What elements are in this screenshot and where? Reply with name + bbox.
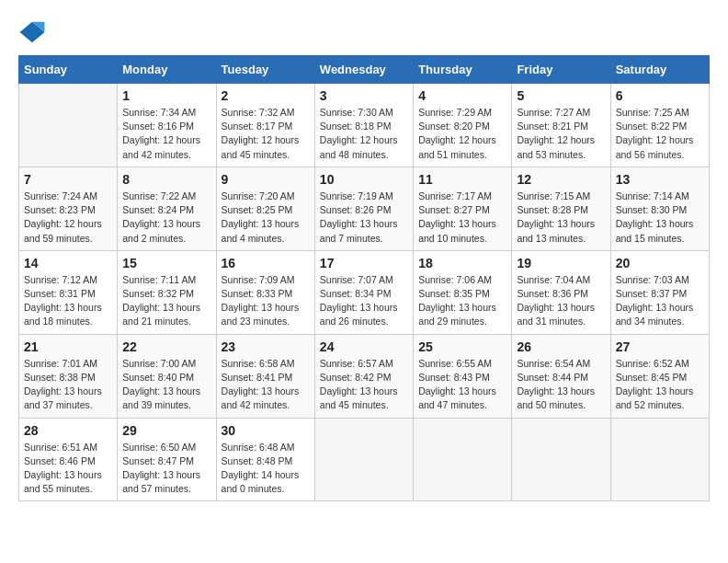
calendar-table: SundayMondayTuesdayWednesdayThursdayFrid… <box>18 55 710 501</box>
day-info: Sunrise: 6:48 AM Sunset: 8:48 PM Dayligh… <box>222 441 310 497</box>
day-number: 8 <box>122 172 210 187</box>
calendar-cell: 22Sunrise: 7:00 AM Sunset: 8:40 PM Dayli… <box>118 334 216 418</box>
day-info: Sunrise: 7:22 AM Sunset: 8:24 PM Dayligh… <box>122 190 210 246</box>
day-number: 11 <box>418 172 506 187</box>
day-number: 29 <box>122 423 210 438</box>
day-number: 20 <box>616 256 704 270</box>
calendar-cell: 30Sunrise: 6:48 AM Sunset: 8:48 PM Dayli… <box>216 418 314 501</box>
day-number: 13 <box>616 172 704 187</box>
day-info: Sunrise: 6:51 AM Sunset: 8:46 PM Dayligh… <box>24 441 112 497</box>
day-info: Sunrise: 6:57 AM Sunset: 8:42 PM Dayligh… <box>320 357 408 413</box>
day-number: 17 <box>320 256 408 270</box>
day-info: Sunrise: 6:55 AM Sunset: 8:43 PM Dayligh… <box>418 357 506 413</box>
day-info: Sunrise: 7:06 AM Sunset: 8:35 PM Dayligh… <box>418 273 506 329</box>
day-number: 28 <box>24 423 112 438</box>
day-number: 5 <box>517 88 605 103</box>
day-info: Sunrise: 7:03 AM Sunset: 8:37 PM Dayligh… <box>616 273 704 329</box>
day-number: 30 <box>222 423 310 438</box>
column-header-friday: Friday <box>512 56 610 84</box>
calendar-cell: 11Sunrise: 7:17 AM Sunset: 8:27 PM Dayli… <box>414 167 512 250</box>
day-info: Sunrise: 7:19 AM Sunset: 8:26 PM Dayligh… <box>320 190 408 246</box>
calendar-cell: 24Sunrise: 6:57 AM Sunset: 8:42 PM Dayli… <box>314 334 413 418</box>
calendar-cell: 16Sunrise: 7:09 AM Sunset: 8:33 PM Dayli… <box>216 250 314 334</box>
column-header-thursday: Thursday <box>414 56 512 84</box>
calendar-cell: 21Sunrise: 7:01 AM Sunset: 8:38 PM Dayli… <box>19 334 118 418</box>
calendar-cell: 9Sunrise: 7:20 AM Sunset: 8:25 PM Daylig… <box>216 167 314 250</box>
calendar-week-row: 28Sunrise: 6:51 AM Sunset: 8:46 PM Dayli… <box>19 418 710 501</box>
day-info: Sunrise: 7:14 AM Sunset: 8:30 PM Dayligh… <box>616 190 704 246</box>
day-number: 16 <box>222 256 310 270</box>
calendar-cell: 18Sunrise: 7:06 AM Sunset: 8:35 PM Dayli… <box>414 250 512 334</box>
calendar-cell: 2Sunrise: 7:32 AM Sunset: 8:17 PM Daylig… <box>216 84 314 167</box>
calendar-cell: 13Sunrise: 7:14 AM Sunset: 8:30 PM Dayli… <box>610 167 709 250</box>
day-info: Sunrise: 7:34 AM Sunset: 8:16 PM Dayligh… <box>122 106 210 162</box>
day-info: Sunrise: 7:27 AM Sunset: 8:21 PM Dayligh… <box>517 106 605 162</box>
day-number: 14 <box>24 256 112 270</box>
logo-icon <box>18 18 46 46</box>
column-header-saturday: Saturday <box>610 56 709 84</box>
day-number: 12 <box>517 172 605 187</box>
day-number: 9 <box>222 172 310 187</box>
column-header-monday: Monday <box>118 56 216 84</box>
calendar-header-row: SundayMondayTuesdayWednesdayThursdayFrid… <box>19 56 710 84</box>
day-info: Sunrise: 7:25 AM Sunset: 8:22 PM Dayligh… <box>616 106 704 162</box>
day-number: 10 <box>320 172 408 187</box>
day-info: Sunrise: 7:07 AM Sunset: 8:34 PM Dayligh… <box>320 273 408 329</box>
page-header <box>18 18 710 46</box>
day-info: Sunrise: 7:15 AM Sunset: 8:28 PM Dayligh… <box>517 190 605 246</box>
calendar-week-row: 1Sunrise: 7:34 AM Sunset: 8:16 PM Daylig… <box>19 84 710 167</box>
day-number: 3 <box>320 88 408 103</box>
calendar-cell: 4Sunrise: 7:29 AM Sunset: 8:20 PM Daylig… <box>414 84 512 167</box>
day-info: Sunrise: 6:52 AM Sunset: 8:45 PM Dayligh… <box>616 357 704 413</box>
day-info: Sunrise: 7:12 AM Sunset: 8:31 PM Dayligh… <box>24 273 112 329</box>
calendar-cell: 26Sunrise: 6:54 AM Sunset: 8:44 PM Dayli… <box>512 334 610 418</box>
day-number: 21 <box>24 339 112 354</box>
day-number: 18 <box>418 256 506 270</box>
calendar-cell: 5Sunrise: 7:27 AM Sunset: 8:21 PM Daylig… <box>512 84 610 167</box>
day-info: Sunrise: 6:54 AM Sunset: 8:44 PM Dayligh… <box>517 357 605 413</box>
day-info: Sunrise: 7:11 AM Sunset: 8:32 PM Dayligh… <box>122 273 210 329</box>
calendar-cell: 8Sunrise: 7:22 AM Sunset: 8:24 PM Daylig… <box>118 167 216 250</box>
calendar-cell: 14Sunrise: 7:12 AM Sunset: 8:31 PM Dayli… <box>19 250 118 334</box>
day-number: 26 <box>517 339 605 354</box>
calendar-cell <box>512 418 610 501</box>
calendar-cell: 28Sunrise: 6:51 AM Sunset: 8:46 PM Dayli… <box>19 418 118 501</box>
day-number: 7 <box>24 172 112 187</box>
day-number: 27 <box>616 339 704 354</box>
calendar-cell <box>610 418 709 501</box>
column-header-tuesday: Tuesday <box>216 56 314 84</box>
day-info: Sunrise: 6:58 AM Sunset: 8:41 PM Dayligh… <box>222 357 310 413</box>
column-header-wednesday: Wednesday <box>314 56 413 84</box>
day-info: Sunrise: 7:32 AM Sunset: 8:17 PM Dayligh… <box>222 106 310 162</box>
calendar-week-row: 21Sunrise: 7:01 AM Sunset: 8:38 PM Dayli… <box>19 334 710 418</box>
calendar-cell: 15Sunrise: 7:11 AM Sunset: 8:32 PM Dayli… <box>118 250 216 334</box>
day-info: Sunrise: 6:50 AM Sunset: 8:47 PM Dayligh… <box>122 441 210 497</box>
calendar-cell: 29Sunrise: 6:50 AM Sunset: 8:47 PM Dayli… <box>118 418 216 501</box>
day-number: 15 <box>122 256 210 270</box>
day-number: 22 <box>122 339 210 354</box>
calendar-cell: 17Sunrise: 7:07 AM Sunset: 8:34 PM Dayli… <box>314 250 413 334</box>
calendar-cell: 19Sunrise: 7:04 AM Sunset: 8:36 PM Dayli… <box>512 250 610 334</box>
day-number: 6 <box>616 88 704 103</box>
calendar-cell: 12Sunrise: 7:15 AM Sunset: 8:28 PM Dayli… <box>512 167 610 250</box>
calendar-cell <box>314 418 413 501</box>
calendar-cell: 3Sunrise: 7:30 AM Sunset: 8:18 PM Daylig… <box>314 84 413 167</box>
day-number: 25 <box>418 339 506 354</box>
calendar-cell: 23Sunrise: 6:58 AM Sunset: 8:41 PM Dayli… <box>216 334 314 418</box>
day-info: Sunrise: 7:20 AM Sunset: 8:25 PM Dayligh… <box>222 190 310 246</box>
day-info: Sunrise: 7:17 AM Sunset: 8:27 PM Dayligh… <box>418 190 506 246</box>
calendar-cell: 20Sunrise: 7:03 AM Sunset: 8:37 PM Dayli… <box>610 250 709 334</box>
calendar-cell: 27Sunrise: 6:52 AM Sunset: 8:45 PM Dayli… <box>610 334 709 418</box>
day-number: 24 <box>320 339 408 354</box>
calendar-cell <box>414 418 512 501</box>
day-number: 2 <box>222 88 310 103</box>
day-number: 19 <box>517 256 605 270</box>
calendar-cell: 1Sunrise: 7:34 AM Sunset: 8:16 PM Daylig… <box>118 84 216 167</box>
day-number: 4 <box>418 88 506 103</box>
calendar-cell: 25Sunrise: 6:55 AM Sunset: 8:43 PM Dayli… <box>414 334 512 418</box>
day-info: Sunrise: 7:04 AM Sunset: 8:36 PM Dayligh… <box>517 273 605 329</box>
calendar-week-row: 14Sunrise: 7:12 AM Sunset: 8:31 PM Dayli… <box>19 250 710 334</box>
day-info: Sunrise: 7:09 AM Sunset: 8:33 PM Dayligh… <box>222 273 310 329</box>
logo <box>18 18 50 46</box>
calendar-cell: 10Sunrise: 7:19 AM Sunset: 8:26 PM Dayli… <box>314 167 413 250</box>
